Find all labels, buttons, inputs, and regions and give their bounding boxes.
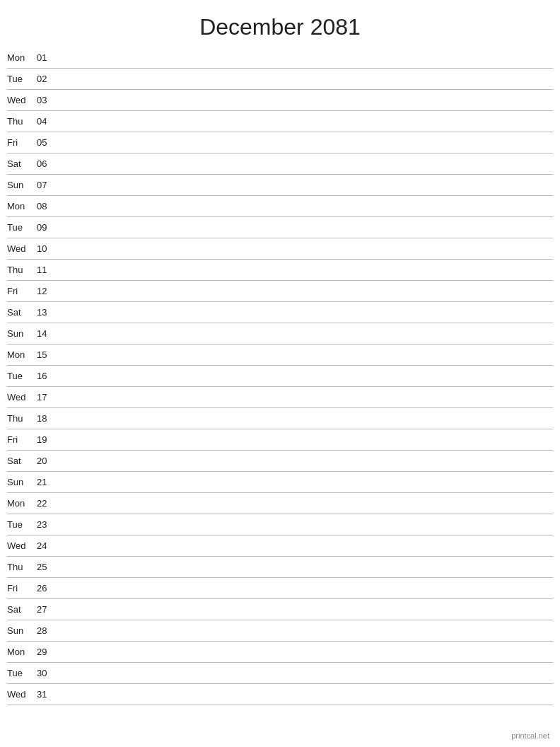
table-row: Sun14 (7, 323, 553, 344)
day-name: Sun (7, 328, 37, 339)
page-title: December 2081 (0, 0, 560, 47)
day-line (57, 482, 553, 482)
day-line (57, 652, 553, 652)
day-line (57, 439, 553, 440)
day-line (57, 418, 553, 419)
table-row: Fri26 (7, 578, 553, 599)
table-row: Tue16 (7, 366, 553, 387)
day-name: Tue (7, 371, 37, 381)
day-number: 13 (37, 307, 57, 318)
table-row: Mon08 (7, 196, 553, 217)
day-line (57, 206, 553, 207)
day-name: Fri (7, 137, 37, 148)
table-row: Mon01 (7, 47, 553, 69)
day-line (57, 79, 553, 79)
table-row: Thu25 (7, 557, 553, 578)
table-row: Sat13 (7, 302, 553, 323)
calendar-container: Mon01Tue02Wed03Thu04Fri05Sat06Sun07Mon08… (0, 47, 560, 705)
table-row: Fri12 (7, 281, 553, 302)
day-line (57, 694, 553, 695)
table-row: Wed10 (7, 238, 553, 260)
day-number: 02 (37, 74, 57, 84)
day-name: Wed (7, 540, 37, 551)
table-row: Wed24 (7, 535, 553, 557)
day-number: 04 (37, 116, 57, 127)
table-row: Thu11 (7, 260, 553, 281)
day-name: Fri (7, 434, 37, 445)
day-number: 25 (37, 562, 57, 572)
day-number: 16 (37, 371, 57, 381)
day-line (57, 121, 553, 122)
day-number: 18 (37, 413, 57, 424)
day-line (57, 354, 553, 355)
day-name: Thu (7, 562, 37, 572)
table-row: Tue02 (7, 69, 553, 90)
table-row: Sat20 (7, 451, 553, 472)
day-line (57, 567, 553, 567)
day-line (57, 270, 553, 270)
day-name: Mon (7, 498, 37, 509)
table-row: Mon29 (7, 642, 553, 663)
day-number: 30 (37, 668, 57, 678)
day-number: 29 (37, 647, 57, 657)
day-name: Thu (7, 116, 37, 127)
day-name: Wed (7, 392, 37, 403)
day-line (57, 630, 553, 631)
table-row: Tue09 (7, 217, 553, 238)
day-number: 28 (37, 625, 57, 636)
table-row: Wed31 (7, 684, 553, 705)
day-line (57, 227, 553, 228)
day-number: 11 (37, 265, 57, 275)
day-name: Fri (7, 286, 37, 296)
day-name: Mon (7, 201, 37, 212)
day-line (57, 673, 553, 673)
day-name: Tue (7, 668, 37, 678)
day-number: 06 (37, 158, 57, 169)
table-row: Fri05 (7, 132, 553, 154)
day-name: Thu (7, 413, 37, 424)
day-number: 27 (37, 604, 57, 615)
table-row: Sun28 (7, 620, 553, 642)
day-line (57, 545, 553, 546)
day-number: 05 (37, 137, 57, 148)
day-number: 09 (37, 222, 57, 233)
day-line (57, 333, 553, 334)
footer-text: printcal.net (511, 731, 549, 740)
day-name: Wed (7, 243, 37, 254)
table-row: Thu04 (7, 111, 553, 132)
day-name: Thu (7, 265, 37, 275)
table-row: Tue30 (7, 663, 553, 684)
day-number: 10 (37, 243, 57, 254)
table-row: Tue23 (7, 514, 553, 535)
day-name: Sat (7, 158, 37, 169)
day-line (57, 461, 553, 461)
day-number: 14 (37, 328, 57, 339)
table-row: Fri19 (7, 429, 553, 451)
day-name: Sat (7, 307, 37, 318)
day-name: Sun (7, 625, 37, 636)
day-name: Sun (7, 477, 37, 487)
day-number: 12 (37, 286, 57, 296)
day-line (57, 588, 553, 589)
table-row: Wed17 (7, 387, 553, 408)
day-line (57, 185, 553, 185)
day-line (57, 397, 553, 398)
day-number: 15 (37, 349, 57, 360)
day-name: Mon (7, 52, 37, 63)
table-row: Thu18 (7, 408, 553, 429)
day-number: 31 (37, 689, 57, 700)
day-number: 21 (37, 477, 57, 487)
day-number: 24 (37, 540, 57, 551)
day-name: Tue (7, 222, 37, 233)
day-name: Mon (7, 647, 37, 657)
day-line (57, 503, 553, 504)
day-line (57, 376, 553, 376)
day-line (57, 248, 553, 249)
day-name: Sat (7, 604, 37, 615)
day-line (57, 163, 553, 164)
day-line (57, 142, 553, 143)
day-number: 01 (37, 52, 57, 63)
table-row: Wed03 (7, 90, 553, 111)
day-name: Wed (7, 689, 37, 700)
day-line (57, 291, 553, 291)
